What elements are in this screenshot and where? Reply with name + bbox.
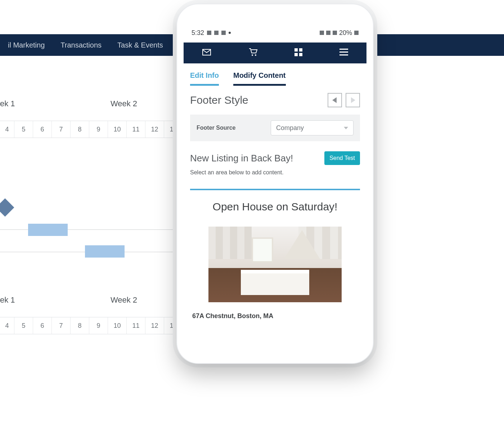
chevron-down-icon	[344, 127, 348, 129]
phone-mockup: 5:32 20%	[176, 4, 374, 364]
svg-rect-8	[339, 54, 348, 55]
status-icon	[214, 31, 219, 35]
svg-rect-3	[299, 48, 302, 52]
next-button[interactable]	[346, 93, 360, 107]
svg-rect-4	[294, 53, 298, 56]
footer-source-row: Footer Source Company	[190, 115, 360, 141]
gantt-bar[interactable]	[28, 224, 68, 236]
status-icon	[221, 31, 226, 35]
svg-rect-2	[294, 48, 298, 52]
footer-source-select[interactable]: Company	[271, 120, 354, 135]
svg-point-1	[255, 54, 256, 56]
status-time: 5:32	[192, 29, 204, 37]
day-cell: 8	[71, 317, 89, 334]
footer-source-label: Footer Source	[197, 125, 235, 131]
day-cell: 6	[33, 317, 52, 334]
day-cell: 9	[89, 121, 108, 138]
day-cell: 10	[108, 317, 127, 334]
day-cell: 4	[0, 121, 14, 138]
battery-icon	[354, 31, 359, 35]
gantt-bar[interactable]	[85, 245, 125, 258]
svg-rect-6	[339, 49, 348, 50]
content-hint: Select an area below to add content.	[184, 167, 366, 182]
day-cell: 9	[89, 317, 108, 334]
timeline-top: ek 1 Week 2 4 5 6 7 8 9 10 11 12 13	[0, 99, 183, 232]
footer-style-title: Footer Style	[190, 94, 248, 106]
nav-transactions[interactable]: Transactions	[53, 41, 109, 49]
editor-tabs: Edit Info Modify Content	[184, 63, 366, 86]
svg-rect-7	[339, 52, 348, 53]
listing-title: New Listing in Back Bay!	[190, 153, 293, 164]
phone-status-bar: 5:32 20%	[184, 23, 366, 43]
day-cell: 10	[108, 121, 127, 138]
week-2-label: Week 2	[65, 99, 183, 121]
day-cell: 8	[71, 121, 89, 138]
day-cell: 11	[127, 317, 145, 334]
day-cell: 7	[52, 317, 71, 334]
week-2-label: Week 2	[65, 295, 183, 317]
day-cell: 12	[145, 317, 164, 334]
tab-modify-content[interactable]: Modify Content	[233, 71, 286, 86]
timeline-days: 4 5 6 7 8 9 10 11 12 13	[0, 121, 183, 138]
vibrate-icon	[320, 31, 324, 35]
listing-image[interactable]	[208, 227, 342, 302]
open-house-heading[interactable]: Open House on Saturday!	[184, 190, 366, 217]
wifi-icon	[326, 31, 330, 35]
signal-icon	[333, 31, 337, 35]
timeline-bottom: ek 1 Week 2 4 5 6 7 8 9 10 11 12 13	[0, 295, 183, 334]
menu-icon[interactable]	[339, 49, 348, 57]
grid-icon[interactable]	[294, 48, 302, 58]
listing-address: 67A Chestnut, Boston, MA	[184, 302, 366, 320]
day-cell: 12	[145, 121, 164, 138]
status-dot-icon	[229, 32, 231, 34]
status-icon	[207, 31, 211, 35]
week-1-label: ek 1	[0, 99, 65, 121]
day-cell: 6	[33, 121, 52, 138]
week-1-label: ek 1	[0, 295, 65, 317]
svg-point-0	[252, 54, 253, 56]
app-bar	[184, 43, 366, 63]
day-cell: 7	[52, 121, 71, 138]
day-cell: 11	[127, 121, 145, 138]
day-cell: 5	[14, 317, 33, 334]
day-cell: 5	[14, 121, 33, 138]
milestone-marker-icon[interactable]	[0, 198, 14, 217]
svg-rect-5	[299, 53, 302, 56]
send-test-button[interactable]: Send Test	[324, 151, 360, 165]
tab-edit-info[interactable]: Edit Info	[190, 71, 219, 86]
status-battery: 20%	[339, 29, 352, 37]
cart-icon[interactable]	[248, 48, 258, 58]
footer-source-value: Company	[276, 124, 304, 132]
row-divider	[0, 229, 183, 230]
prev-button[interactable]	[328, 93, 342, 107]
timeline-days: 4 5 6 7 8 9 10 11 12 13	[0, 317, 183, 334]
day-cell: 4	[0, 317, 14, 334]
nav-task-events[interactable]: Task & Events	[109, 41, 171, 49]
nav-email-marketing[interactable]: il Marketing	[0, 41, 53, 49]
mail-icon[interactable]	[202, 49, 211, 57]
